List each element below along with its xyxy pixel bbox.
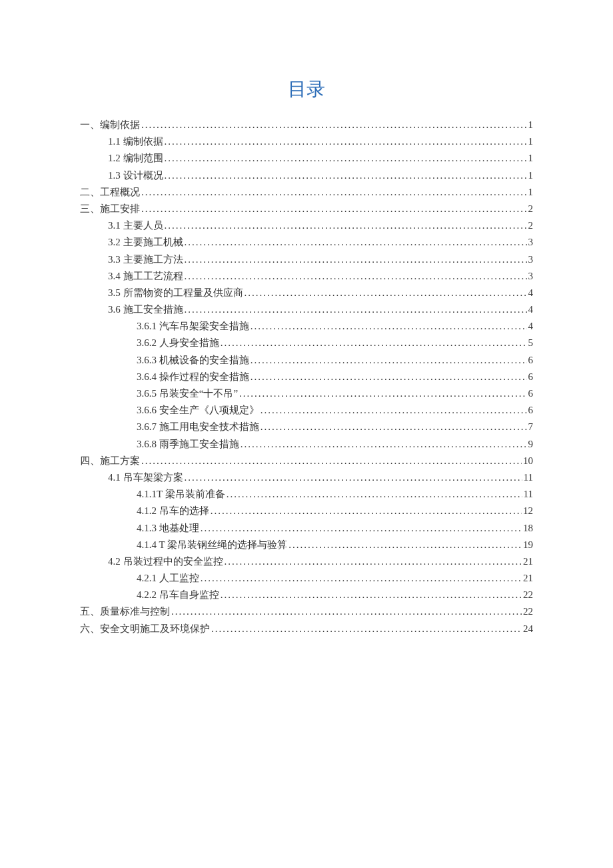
toc-entry-label: 四、施工方案 (80, 453, 140, 469)
toc-entry-label: 1.3 设计概况 (108, 167, 163, 184)
toc-entry-label: 一、编制依据 (80, 117, 140, 133)
toc-entry[interactable]: 3.6.8 雨季施工安全措施9 (80, 436, 533, 453)
toc-entry-label: 1.2 编制范围 (108, 150, 163, 167)
toc-entry[interactable]: 4.1.3 地基处理18 (80, 520, 533, 537)
toc-entry-label: 4.1.1T 梁吊装前准备 (137, 486, 225, 503)
toc-entry-label: 3.4 施工工艺流程 (108, 268, 183, 285)
toc-entry[interactable]: 3.6.7 施工用电安全技术措施7 (80, 419, 533, 435)
toc-entry-label: 1.1 编制依据 (108, 133, 163, 150)
toc-entry[interactable]: 1.2 编制范围1 (80, 150, 533, 167)
toc-leader-dots (221, 587, 522, 603)
toc-entry-page: 11 (524, 469, 533, 486)
toc-entry[interactable]: 五、质量标准与控制22 (80, 603, 533, 620)
toc-entry-page: 1 (528, 150, 534, 167)
toc-entry[interactable]: 4.1 吊车架梁方案11 (80, 469, 533, 486)
toc-leader-dots (165, 167, 527, 184)
toc-leader-dots (165, 133, 527, 150)
toc-entry[interactable]: 4.2.1 人工监控21 (80, 570, 533, 587)
toc-entry-label: 4.2 吊装过程中的安全监控 (108, 553, 223, 570)
toc-entry-page: 22 (523, 603, 533, 620)
toc-entry[interactable]: 3.6.3 机械设备的安全措施6 (80, 352, 533, 369)
toc-entry[interactable]: 三、施工安排2 (80, 201, 533, 217)
toc-entry[interactable]: 4.2 吊装过程中的安全监控21 (80, 553, 533, 570)
toc-entry-label: 3.1 主要人员 (108, 217, 163, 234)
toc-leader-dots (225, 553, 522, 570)
toc-leader-dots (165, 217, 527, 234)
toc-leader-dots (171, 603, 522, 620)
toc-entry[interactable]: 3.6.6 安全生产《八项规定》6 (80, 402, 533, 419)
toc-entry-page: 21 (523, 570, 533, 587)
toc-leader-dots (201, 520, 522, 537)
toc-entry-label: 三、施工安排 (80, 201, 140, 217)
toc-entry-label: 3.6.2 人身安全措施 (137, 335, 219, 351)
toc-leader-dots (185, 251, 527, 268)
toc-entry[interactable]: 3.1 主要人员2 (80, 217, 533, 234)
toc-entry[interactable]: 六、安全文明施工及环境保护24 (80, 621, 533, 637)
toc-entry-label: 3.3 主要施工方法 (108, 251, 183, 268)
toc-leader-dots (165, 150, 527, 167)
toc-leader-dots (227, 486, 522, 503)
toc-entry-page: 4 (528, 301, 534, 318)
toc-entry[interactable]: 4.1.2 吊车的选择12 (80, 503, 533, 519)
toc-entry-label: 4.2.1 人工监控 (137, 570, 199, 587)
toc-entry-page: 1 (528, 133, 534, 150)
toc-entry-label: 4.1.2 吊车的选择 (137, 503, 209, 519)
toc-leader-dots (185, 234, 527, 251)
toc-entry-page: 2 (528, 201, 534, 217)
toc-entry-label: 4.1.3 地基处理 (137, 520, 199, 537)
toc-leader-dots (261, 402, 527, 419)
toc-entry[interactable]: 3.2 主要施工机械3 (80, 234, 533, 251)
toc-entry-page: 1 (528, 167, 534, 184)
toc-entry[interactable]: 1.1 编制依据1 (80, 133, 533, 150)
toc-entry-page: 5 (528, 335, 534, 351)
toc-leader-dots (185, 469, 522, 486)
toc-entry[interactable]: 4.1.1T 梁吊装前准备11 (80, 486, 533, 503)
toc-entry-label: 3.6.7 施工用电安全技术措施 (137, 419, 259, 435)
toc-entry[interactable]: 3.5 所需物资的工程量及供应商4 (80, 285, 533, 301)
toc-leader-dots (251, 369, 527, 385)
toc-leader-dots (241, 436, 527, 453)
toc-entry[interactable]: 4.2.2 吊车自身监控22 (80, 587, 533, 603)
toc-entry-page: 9 (528, 436, 534, 453)
toc-leader-dots (251, 318, 527, 335)
toc-entry[interactable]: 3.3 主要施工方法3 (80, 251, 533, 268)
toc-entry-page: 11 (524, 486, 533, 503)
toc-entry-label: 3.2 主要施工机械 (108, 234, 183, 251)
toc-leader-dots (245, 285, 527, 301)
toc-entry-page: 3 (528, 251, 534, 268)
toc-entry-page: 6 (528, 402, 534, 419)
table-of-contents: 一、编制依据11.1 编制依据11.2 编制范围11.3 设计概况1二、工程概况… (80, 117, 533, 637)
toc-entry-label: 3.6 施工安全措施 (108, 301, 183, 318)
toc-entry[interactable]: 3.6 施工安全措施4 (80, 301, 533, 318)
toc-entry-page: 19 (523, 537, 533, 553)
toc-entry-page: 3 (528, 268, 534, 285)
toc-entry-page: 1 (528, 117, 534, 133)
toc-entry-label: 五、质量标准与控制 (80, 603, 170, 620)
toc-entry-page: 6 (528, 385, 534, 402)
toc-leader-dots (141, 201, 527, 217)
toc-entry[interactable]: 二、工程概况1 (80, 184, 533, 201)
toc-entry[interactable]: 四、施工方案10 (80, 453, 533, 469)
toc-entry[interactable]: 1.3 设计概况1 (80, 167, 533, 184)
toc-entry-page: 1 (528, 184, 534, 201)
toc-leader-dots (211, 503, 522, 519)
toc-entry[interactable]: 3.6.4 操作过程的安全措施6 (80, 369, 533, 385)
toc-leader-dots (239, 385, 526, 402)
toc-entry-page: 12 (523, 503, 533, 519)
toc-entry[interactable]: 3.6.2 人身安全措施5 (80, 335, 533, 351)
toc-leader-dots (201, 570, 522, 587)
toc-entry[interactable]: 3.6.5 吊装安全“十不吊”6 (80, 385, 533, 402)
toc-leader-dots (261, 419, 527, 435)
toc-entry-page: 3 (528, 234, 534, 251)
toc-entry-label: 二、工程概况 (80, 184, 140, 201)
toc-entry-label: 4.1.4 T 梁吊装钢丝绳的选择与验算 (137, 537, 287, 553)
toc-entry-label: 3.6.8 雨季施工安全措施 (137, 436, 239, 453)
toc-entry[interactable]: 4.1.4 T 梁吊装钢丝绳的选择与验算19 (80, 537, 533, 553)
toc-leader-dots (185, 268, 527, 285)
toc-entry[interactable]: 一、编制依据1 (80, 117, 533, 133)
page-title: 目录 (80, 77, 533, 102)
toc-entry[interactable]: 3.6.1 汽车吊架梁安全措施4 (80, 318, 533, 335)
toc-entry-page: 4 (528, 318, 534, 335)
toc-entry-label: 3.5 所需物资的工程量及供应商 (108, 285, 243, 301)
toc-entry[interactable]: 3.4 施工工艺流程3 (80, 268, 533, 285)
